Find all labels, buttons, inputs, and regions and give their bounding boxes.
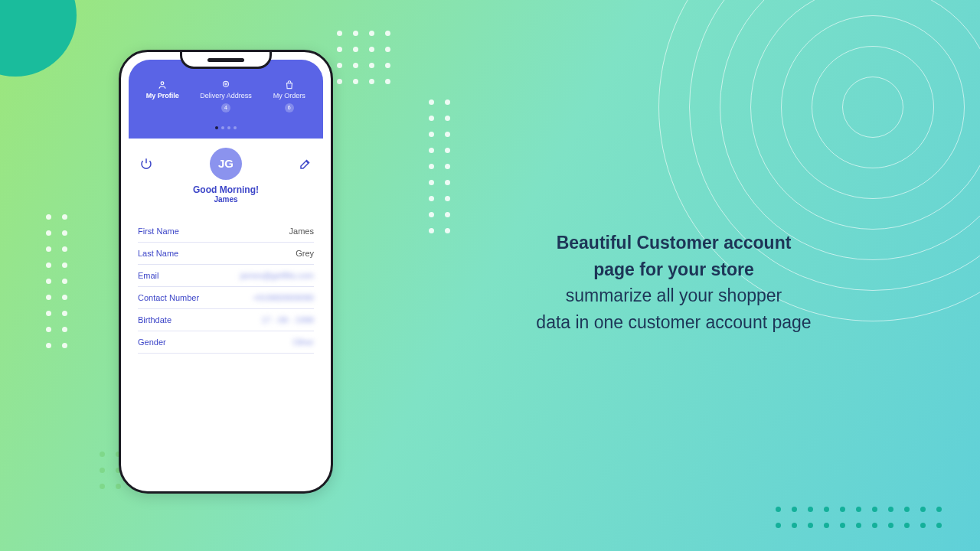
tab-badge: 4: [221, 103, 230, 112]
bag-icon: [284, 80, 295, 90]
field-value: +919800909090: [253, 293, 314, 302]
decorative-dots: [776, 507, 942, 528]
field-email: Email james@getflits.com: [138, 265, 314, 287]
phone-screen: My Profile Delivery Address 4 My Orders …: [129, 60, 323, 484]
field-label: Gender: [138, 337, 166, 347]
decorative-dots: [429, 99, 450, 233]
headline-line: page for your store: [413, 256, 934, 283]
tab-label: Delivery Address: [200, 92, 252, 100]
avatar: JG: [210, 148, 242, 180]
marketing-copy: Beautiful Customer account page for your…: [413, 230, 934, 335]
tab-my-profile[interactable]: My Profile: [132, 80, 194, 112]
location-icon: [220, 80, 231, 90]
svg-point-0: [161, 82, 164, 85]
field-label: First Name: [138, 227, 179, 236]
carousel-pager: [129, 119, 323, 139]
field-birthdate: Birthdate 17 - 08 - 1998: [138, 309, 314, 331]
field-label: Last Name: [138, 249, 178, 258]
field-first-name: First Name James: [138, 220, 314, 243]
svg-point-1: [224, 81, 229, 86]
tab-label: My Profile: [146, 92, 179, 100]
tab-delivery-address[interactable]: Delivery Address 4: [195, 80, 257, 112]
field-value: james@getflits.com: [240, 271, 314, 280]
phone-mockup: My Profile Delivery Address 4 My Orders …: [119, 50, 333, 494]
field-last-name: Last Name Grey: [138, 243, 314, 265]
field-gender: Gender Other: [138, 331, 314, 354]
field-label: Birthdate: [138, 315, 172, 324]
subhead-line: data in one customer account page: [413, 309, 934, 336]
tab-label: My Orders: [273, 92, 305, 100]
edit-icon[interactable]: [299, 157, 312, 171]
decorative-dots: [337, 31, 390, 84]
subhead-line: summarize all your shopper: [413, 282, 934, 309]
decorative-circle: [0, 0, 77, 77]
tab-badge: 6: [285, 103, 294, 112]
field-label: Email: [138, 271, 159, 280]
greeting: Good Morning! James: [129, 184, 323, 204]
field-label: Contact Number: [138, 293, 199, 302]
decorative-dots: [46, 214, 67, 348]
greeting-text: Good Morning!: [129, 184, 323, 195]
field-value: James: [289, 227, 314, 236]
power-icon[interactable]: [139, 157, 153, 171]
tab-my-orders[interactable]: My Orders 6: [258, 80, 320, 112]
field-value: 17 - 08 - 1998: [262, 315, 315, 324]
field-value: Grey: [296, 249, 314, 258]
field-contact: Contact Number +919800909090: [138, 287, 314, 309]
user-icon: [157, 80, 168, 90]
profile-header: JG: [129, 139, 323, 184]
avatar-initials: JG: [218, 157, 234, 170]
profile-fields: First Name James Last Name Grey Email ja…: [129, 220, 323, 354]
greeting-name: James: [129, 195, 323, 204]
field-value: Other: [292, 337, 314, 347]
svg-point-2: [225, 83, 227, 85]
headline-line: Beautiful Customer account: [413, 230, 934, 256]
phone-notch: [180, 52, 272, 69]
